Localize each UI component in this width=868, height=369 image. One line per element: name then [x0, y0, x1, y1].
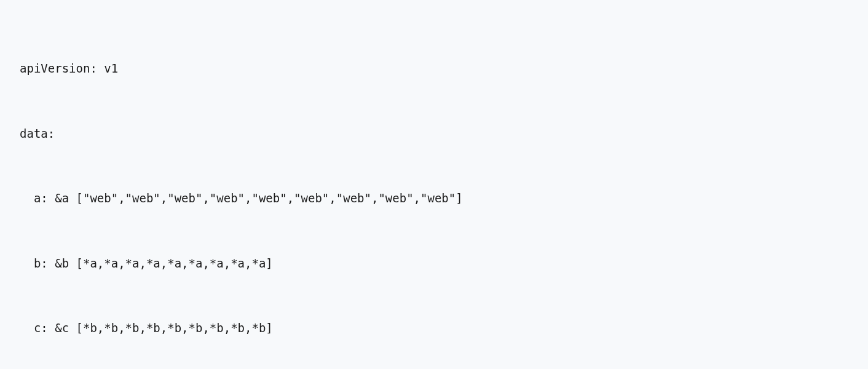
code-line: c: &c [*b,*b,*b,*b,*b,*b,*b,*b,*b]	[20, 317, 848, 339]
code-line: data:	[20, 123, 848, 145]
yaml-code-block: apiVersion: v1 data: a: &a ["web","web",…	[20, 15, 848, 369]
code-line: b: &b [*a,*a,*a,*a,*a,*a,*a,*a,*a]	[20, 253, 848, 274]
code-line: apiVersion: v1	[20, 58, 848, 79]
code-line: a: &a ["web","web","web","web","web","we…	[20, 188, 848, 209]
